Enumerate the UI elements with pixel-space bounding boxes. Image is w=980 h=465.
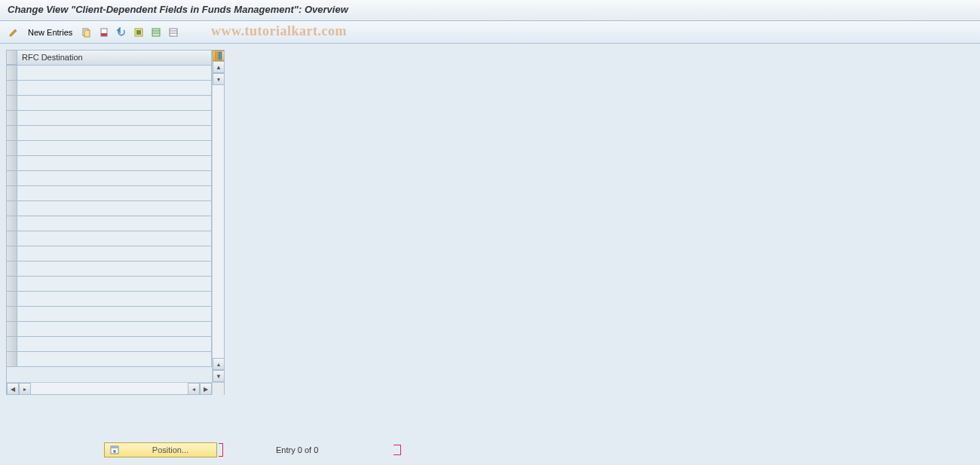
column-header-rfc[interactable]: RFC Destination — [17, 50, 212, 65]
delete-icon[interactable] — [96, 25, 112, 40]
table-row[interactable] — [7, 111, 212, 126]
row-selector[interactable] — [7, 201, 17, 216]
content-area: RFC Destination ▲ ▾ ▴ ▼ ◀ ▸ ◂ ▶ — [0, 44, 980, 465]
table-cell[interactable] — [17, 111, 212, 126]
bracket-indicator-left — [219, 443, 223, 457]
row-selector[interactable] — [7, 231, 17, 246]
row-selector[interactable] — [7, 337, 17, 352]
table-cell[interactable] — [17, 262, 212, 277]
row-selector[interactable] — [7, 186, 17, 201]
undo-icon[interactable] — [114, 25, 129, 40]
table-row[interactable] — [7, 352, 212, 367]
table-cell[interactable] — [17, 277, 212, 292]
table-cell[interactable] — [17, 322, 212, 337]
table-cell[interactable] — [17, 66, 212, 81]
table-cell[interactable] — [17, 81, 212, 96]
scroll-right-icon[interactable]: ▶ — [200, 383, 212, 395]
table-row[interactable] — [7, 337, 212, 352]
scroll-left-icon[interactable]: ◀ — [7, 383, 19, 395]
table-row[interactable] — [7, 156, 212, 171]
row-selector[interactable] — [7, 96, 17, 111]
table-row[interactable] — [7, 126, 212, 141]
table-row[interactable] — [7, 96, 212, 111]
row-selector[interactable] — [7, 66, 17, 81]
table-row[interactable] — [7, 231, 212, 246]
scroll-left-step-icon[interactable]: ▸ — [19, 383, 31, 395]
watermark-text: www.tutorialkart.com — [211, 23, 347, 39]
row-selector[interactable] — [7, 277, 17, 292]
row-selector[interactable] — [7, 246, 17, 262]
table-cell[interactable] — [17, 141, 212, 156]
toolbar: New Entries www.tutorialkart.com — [0, 21, 980, 44]
row-selector[interactable] — [7, 111, 17, 126]
row-selector[interactable] — [7, 156, 17, 171]
horizontal-scrollbar[interactable]: ◀ ▸ ◂ ▶ — [7, 382, 224, 394]
table-row[interactable] — [7, 246, 212, 262]
bracket-indicator-right — [394, 445, 401, 455]
title-bar: Change View "Client-Dependent Fields in … — [0, 0, 980, 21]
row-selector[interactable] — [7, 262, 17, 277]
table-body — [7, 66, 212, 382]
table-cell[interactable] — [17, 201, 212, 216]
position-label: Position... — [124, 445, 216, 454]
scroll-down-step-icon[interactable]: ▴ — [213, 358, 224, 370]
table-row[interactable] — [7, 216, 212, 231]
table-row[interactable] — [7, 81, 212, 96]
table-cell[interactable] — [17, 307, 212, 322]
select-all-icon[interactable] — [131, 25, 146, 40]
table-row[interactable] — [7, 171, 212, 186]
row-selector[interactable] — [7, 322, 17, 337]
scroll-up-icon[interactable]: ▲ — [213, 61, 224, 73]
row-selector[interactable] — [7, 171, 17, 186]
table-cell[interactable] — [17, 231, 212, 246]
scroll-h-track[interactable] — [31, 383, 188, 394]
copy-as-icon[interactable] — [79, 25, 94, 40]
table-row[interactable] — [7, 262, 212, 277]
row-selector[interactable] — [7, 126, 17, 141]
scroll-corner — [212, 383, 224, 395]
table-cell[interactable] — [17, 126, 212, 141]
svg-rect-5 — [136, 30, 141, 35]
row-selector[interactable] — [7, 216, 17, 231]
table-panel: RFC Destination ▲ ▾ ▴ ▼ ◀ ▸ ◂ ▶ — [6, 50, 225, 395]
table-cell[interactable] — [17, 96, 212, 111]
scroll-down-icon[interactable]: ▼ — [213, 370, 224, 382]
table-cell[interactable] — [17, 186, 212, 201]
table-row[interactable] — [7, 201, 212, 216]
row-selector[interactable] — [7, 307, 17, 322]
row-selector[interactable] — [7, 81, 17, 96]
table-cell[interactable] — [17, 292, 212, 307]
row-selector[interactable] — [7, 141, 17, 156]
table-cell[interactable] — [17, 156, 212, 171]
table-row[interactable] — [7, 307, 212, 322]
table-row[interactable] — [7, 186, 212, 201]
row-selector-header[interactable] — [7, 50, 17, 65]
position-icon — [108, 443, 121, 457]
table-cell[interactable] — [17, 171, 212, 186]
svg-rect-15 — [111, 446, 118, 448]
new-entries-button[interactable]: New Entries — [23, 25, 77, 40]
page-title: Change View "Client-Dependent Fields in … — [8, 4, 348, 15]
footer-row: Position... Entry 0 of 0 — [0, 441, 980, 459]
table-row[interactable] — [7, 141, 212, 156]
deselect-all-icon[interactable] — [166, 25, 181, 40]
scroll-right-step-icon[interactable]: ◂ — [188, 383, 200, 395]
vertical-scrollbar[interactable]: ▲ ▾ ▴ ▼ — [212, 50, 224, 382]
table-cell[interactable] — [17, 246, 212, 262]
table-cell[interactable] — [17, 337, 212, 352]
table-cell[interactable] — [17, 352, 212, 367]
toggle-change-icon[interactable] — [6, 25, 21, 40]
position-button[interactable]: Position... — [104, 442, 217, 457]
select-block-icon[interactable] — [149, 25, 164, 40]
scroll-v-track[interactable] — [213, 85, 224, 358]
row-selector[interactable] — [7, 352, 17, 367]
table-row[interactable] — [7, 66, 212, 81]
scroll-up-step-icon[interactable]: ▾ — [213, 73, 224, 85]
svg-rect-13 — [219, 52, 222, 60]
table-row[interactable] — [7, 277, 212, 292]
table-row[interactable] — [7, 292, 212, 307]
table-settings-icon[interactable] — [213, 50, 224, 61]
row-selector[interactable] — [7, 292, 17, 307]
table-row[interactable] — [7, 322, 212, 337]
table-cell[interactable] — [17, 216, 212, 231]
